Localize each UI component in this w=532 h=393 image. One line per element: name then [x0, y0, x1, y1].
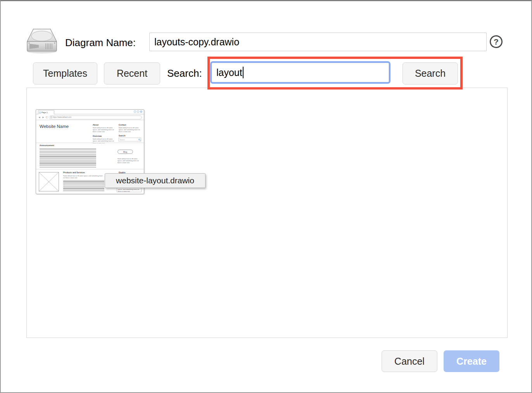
section-heading-about: About — [93, 124, 116, 126]
section-heading-search: Search — [119, 134, 143, 137]
image-placeholder-icon — [39, 172, 59, 191]
url-field: https://www.default.com — [49, 115, 142, 119]
url-text: https://www.default.com — [53, 116, 72, 118]
mini-search-placeholder: Search — [120, 139, 125, 141]
search-input-value: layout — [216, 67, 242, 78]
page-icon — [39, 112, 41, 114]
tooltip-text: website-layout.drawio — [116, 176, 194, 185]
section-heading-overview: Overview — [93, 135, 116, 137]
blog-button: Blog — [117, 150, 133, 154]
text-caret — [243, 67, 244, 78]
search-label: Search: — [167, 67, 202, 79]
diagram-name-label: Diagram Name: — [65, 37, 136, 49]
filler-text: Some default text to fill some space, an… — [119, 127, 143, 133]
window-circle-icon — [134, 110, 136, 113]
filler-text: Some default text to fill some space, an… — [63, 175, 104, 179]
paragraph-lines — [63, 180, 104, 191]
browser-tab: Page 1 — [38, 110, 54, 114]
window-circle-icon — [140, 110, 142, 113]
page-icon — [50, 116, 52, 118]
divider — [36, 169, 144, 169]
magnifier-icon — [138, 139, 140, 140]
right-column: Contact Some default text to fill some s… — [119, 124, 143, 141]
help-icon[interactable]: ? — [490, 35, 503, 48]
create-button[interactable]: Create — [444, 350, 499, 372]
back-arrow-icon: ◄ — [38, 116, 41, 119]
tooltip: website-layout.drawio — [105, 173, 206, 188]
diagram-name-input[interactable] — [149, 33, 487, 51]
filler-text: Some default text to fill some space, an… — [117, 158, 142, 164]
divider — [36, 143, 144, 143]
mini-search-field: Search — [119, 138, 141, 141]
paragraph-lines — [40, 148, 96, 168]
recent-button[interactable]: Recent — [104, 62, 160, 84]
section-heading-products: Products and Services — [63, 171, 85, 174]
window-circle-icon — [137, 110, 139, 113]
refresh-icon: C — [46, 116, 48, 119]
hard-disk-icon — [26, 28, 58, 54]
templates-button[interactable]: Templates — [33, 62, 97, 84]
cancel-button[interactable]: Cancel — [382, 350, 437, 372]
section-heading-contact: Contact — [119, 124, 143, 126]
forward-arrow-icon: ► — [42, 116, 45, 119]
search-input[interactable]: layout — [210, 61, 390, 84]
section-heading-announcement: Announcement — [40, 144, 54, 147]
browser-url-bar: ◄ ► C https://www.default.com — [36, 115, 144, 120]
site-title: Website Name — [40, 124, 69, 129]
search-button[interactable]: Search — [402, 62, 458, 84]
middle-column: About Some default text to fill some spa… — [93, 124, 116, 144]
browser-tab-bar: Page 1 — [36, 110, 144, 114]
tab-label: Page 1 — [41, 111, 48, 114]
create-diagram-dialog: Diagram Name: ? Templates Recent Search:… — [0, 0, 532, 393]
filler-text: Some default text to fill some space, an… — [93, 138, 116, 144]
window-buttons — [134, 110, 142, 113]
filler-text: Some default text to fill some space, an… — [93, 127, 116, 133]
